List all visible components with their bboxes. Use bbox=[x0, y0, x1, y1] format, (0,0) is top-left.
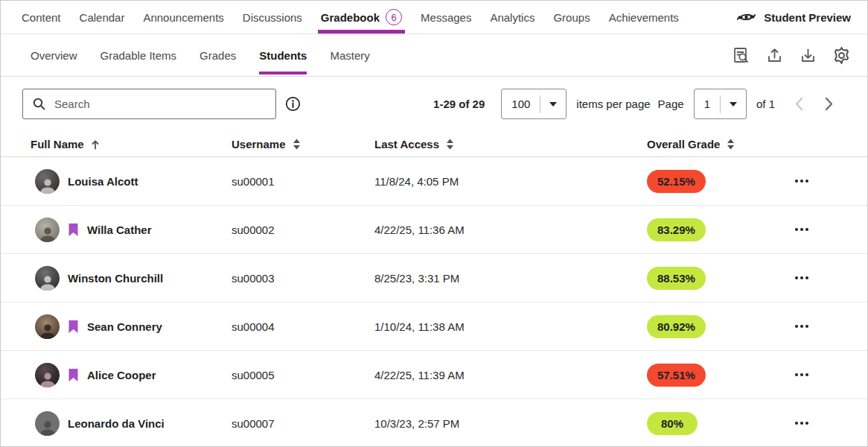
student-name-cell: Leonardo da Vinci bbox=[31, 411, 232, 436]
student-preview-label: Student Preview bbox=[764, 11, 851, 24]
column-header-username[interactable]: Username bbox=[232, 138, 374, 150]
student-name-cell: Willa Cather bbox=[31, 218, 232, 242]
top-nav-item-announcements[interactable]: Announcements bbox=[143, 1, 223, 34]
student-name-link[interactable]: Louisa Alcott bbox=[68, 175, 138, 188]
students-table-header: Full Name Username Last Access Overall G… bbox=[1, 132, 867, 157]
row-options-button[interactable] bbox=[792, 367, 811, 382]
student-row: Sean Connerysu000041/10/24, 11:38 AM80.9… bbox=[1, 302, 867, 351]
row-menu-cell bbox=[779, 416, 867, 431]
column-header-overall-grade[interactable]: Overall Grade bbox=[647, 138, 779, 150]
gradebook-settings-button[interactable] bbox=[830, 44, 852, 66]
tab-overview[interactable]: Overview bbox=[31, 34, 77, 76]
overall-grade-cell: 83.29% bbox=[647, 218, 779, 241]
last-access-cell: 4/22/25, 11:39 AM bbox=[374, 369, 647, 381]
row-options-button[interactable] bbox=[792, 319, 811, 334]
row-options-button[interactable] bbox=[792, 222, 811, 237]
username-cell: su00005 bbox=[232, 369, 374, 381]
next-page-button[interactable] bbox=[818, 94, 839, 115]
page-select[interactable]: 1 bbox=[694, 89, 747, 119]
top-nav-item-label: Groups bbox=[553, 11, 590, 24]
top-nav-item-achievements[interactable]: Achievements bbox=[609, 1, 679, 34]
upload-button[interactable] bbox=[763, 44, 785, 66]
search-info-button[interactable] bbox=[285, 96, 301, 112]
column-label: Full Name bbox=[31, 138, 84, 150]
list-controls: 1-29 of 29 100 items per page Page 1 of … bbox=[1, 77, 867, 132]
report-search-icon bbox=[732, 46, 750, 65]
page-select-value: 1 bbox=[695, 98, 720, 110]
row-menu-cell bbox=[779, 222, 867, 237]
student-row: Winston Churchillsu000038/25/23, 3:31 PM… bbox=[1, 254, 867, 302]
tab-mastery[interactable]: Mastery bbox=[330, 34, 369, 76]
student-name-cell: Sean Connery bbox=[31, 314, 232, 339]
student-name-link[interactable]: Alice Cooper bbox=[87, 369, 156, 381]
top-nav-item-calendar[interactable]: Calendar bbox=[80, 1, 125, 34]
top-nav-item-label: Discussions bbox=[243, 11, 302, 24]
tab-students[interactable]: Students bbox=[259, 34, 307, 76]
top-nav-item-label: Messages bbox=[421, 11, 471, 24]
student-preview-button[interactable]: Student Preview bbox=[736, 8, 851, 26]
top-nav-item-content[interactable]: Content bbox=[22, 1, 61, 34]
row-options-button[interactable] bbox=[792, 174, 811, 188]
top-nav-item-discussions[interactable]: Discussions bbox=[243, 1, 302, 34]
avatar bbox=[35, 218, 60, 242]
avatar bbox=[35, 411, 60, 436]
overall-grade-pill[interactable]: 80.92% bbox=[647, 315, 706, 338]
download-button[interactable] bbox=[797, 44, 819, 66]
overall-grade-pill[interactable]: 83.29% bbox=[647, 218, 706, 241]
select-divider bbox=[720, 95, 721, 113]
column-header-last-access[interactable]: Last Access bbox=[374, 138, 647, 150]
overall-grade-cell: 80% bbox=[647, 412, 779, 435]
overall-grade-pill[interactable]: 88.53% bbox=[647, 267, 706, 290]
overall-grade-pill[interactable]: 80% bbox=[647, 412, 698, 435]
overall-grade-pill[interactable]: 57.51% bbox=[647, 364, 706, 387]
gradebook-count-badge: 6 bbox=[386, 9, 402, 25]
avatar bbox=[35, 169, 60, 194]
avatar bbox=[35, 363, 60, 387]
top-nav-item-groups[interactable]: Groups bbox=[553, 1, 590, 34]
tab-label: Mastery bbox=[330, 49, 369, 62]
top-nav-items: ContentCalendarAnnouncementsDiscussionsG… bbox=[22, 1, 698, 34]
student-name-link[interactable]: Willa Cather bbox=[87, 224, 152, 236]
username-cell: su00007 bbox=[232, 417, 374, 430]
last-access-cell: 8/25/23, 3:31 PM bbox=[374, 272, 647, 285]
pagination: 1-29 of 29 100 items per page Page 1 of … bbox=[433, 89, 839, 119]
tab-grades[interactable]: Grades bbox=[200, 34, 236, 76]
search-input[interactable] bbox=[53, 97, 267, 111]
student-search-box[interactable] bbox=[22, 89, 276, 119]
avatar bbox=[35, 314, 60, 339]
overall-grade-pill[interactable]: 52.15% bbox=[647, 170, 706, 193]
username-cell: su00001 bbox=[232, 175, 374, 188]
upload-icon bbox=[766, 47, 783, 64]
gradebook-tab-bar: OverviewGradable ItemsGradesStudentsMast… bbox=[1, 34, 867, 77]
page-label: Page bbox=[658, 98, 684, 110]
column-header-full-name[interactable]: Full Name bbox=[31, 138, 232, 150]
student-preview-icon bbox=[736, 8, 756, 26]
top-nav-item-gradebook[interactable]: Gradebook6 bbox=[321, 1, 402, 34]
top-nav-item-analytics[interactable]: Analytics bbox=[490, 1, 534, 34]
items-per-page-select[interactable]: 100 bbox=[501, 89, 567, 119]
chevron-down-icon bbox=[549, 102, 557, 107]
row-options-button[interactable] bbox=[792, 416, 811, 431]
top-nav-item-label: Calendar bbox=[80, 11, 125, 24]
select-divider bbox=[540, 95, 540, 113]
top-nav-item-label: Gradebook bbox=[321, 11, 380, 24]
page-count-label: of 1 bbox=[756, 98, 775, 110]
last-access-cell: 10/3/23, 2:57 PM bbox=[374, 417, 647, 430]
search-icon bbox=[32, 97, 46, 111]
username-cell: su00004 bbox=[232, 320, 374, 333]
overall-grade-cell: 57.51% bbox=[647, 364, 779, 387]
username-cell: su00002 bbox=[232, 224, 374, 236]
student-name-link[interactable]: Leonardo da Vinci bbox=[68, 417, 165, 430]
row-options-button[interactable] bbox=[792, 270, 811, 285]
accommodations-report-button[interactable] bbox=[730, 44, 752, 66]
gradebook-page: ContentCalendarAnnouncementsDiscussionsG… bbox=[0, 0, 868, 447]
gradebook-toolbar bbox=[730, 44, 852, 66]
student-name-link[interactable]: Winston Churchill bbox=[68, 272, 163, 285]
avatar bbox=[35, 266, 60, 291]
top-nav-item-label: Announcements bbox=[143, 11, 223, 24]
course-nav-bar: ContentCalendarAnnouncementsDiscussionsG… bbox=[1, 1, 867, 34]
tab-gradable-items[interactable]: Gradable Items bbox=[100, 34, 177, 76]
student-name-link[interactable]: Sean Connery bbox=[87, 320, 162, 333]
top-nav-item-messages[interactable]: Messages bbox=[421, 1, 471, 34]
previous-page-button[interactable] bbox=[788, 94, 809, 115]
